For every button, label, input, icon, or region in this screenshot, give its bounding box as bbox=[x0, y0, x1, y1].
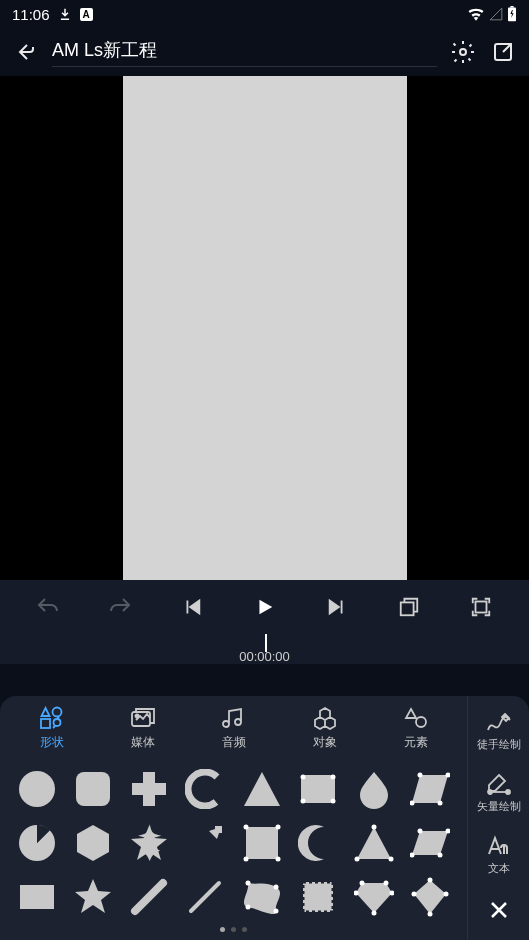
tab-label: 音频 bbox=[222, 734, 246, 751]
back-button[interactable] bbox=[12, 38, 40, 66]
shape-parallelogram[interactable] bbox=[405, 819, 455, 867]
svg-point-38 bbox=[273, 885, 278, 890]
side-tools: 徒手绘制 矢量绘制 文本 bbox=[467, 696, 529, 940]
tab-object[interactable]: 对象 bbox=[312, 706, 338, 751]
dot-icon bbox=[242, 927, 247, 932]
layers-button[interactable] bbox=[389, 587, 429, 627]
svg-point-42 bbox=[359, 881, 364, 886]
skip-end-button[interactable] bbox=[317, 587, 357, 627]
svg-point-7 bbox=[52, 708, 61, 717]
tab-shapes[interactable]: 形状 bbox=[39, 706, 65, 751]
play-button[interactable] bbox=[244, 587, 284, 627]
svg-point-28 bbox=[388, 857, 393, 862]
shapes-grid bbox=[0, 761, 467, 923]
shape-rounded-rect[interactable] bbox=[293, 765, 343, 813]
svg-point-27 bbox=[371, 825, 376, 830]
settings-button[interactable] bbox=[449, 38, 477, 66]
svg-rect-41 bbox=[303, 882, 333, 912]
fullscreen-button[interactable] bbox=[461, 587, 501, 627]
shape-triangle-pts[interactable] bbox=[349, 819, 399, 867]
svg-point-23 bbox=[243, 825, 248, 830]
status-time: 11:06 bbox=[12, 6, 50, 23]
wifi-icon bbox=[467, 7, 485, 21]
undo-button[interactable] bbox=[28, 587, 68, 627]
shape-arc[interactable] bbox=[180, 765, 230, 813]
shape-blob[interactable] bbox=[237, 873, 287, 921]
svg-rect-12 bbox=[76, 772, 110, 806]
shape-rectangle[interactable] bbox=[12, 873, 62, 921]
svg-point-20 bbox=[437, 801, 442, 806]
canvas[interactable] bbox=[123, 76, 407, 580]
tab-media[interactable]: 媒体 bbox=[130, 706, 156, 751]
shape-diamond[interactable] bbox=[349, 873, 399, 921]
shape-stamp[interactable] bbox=[293, 873, 343, 921]
side-label: 矢量绘制 bbox=[477, 799, 521, 814]
shape-line-thick[interactable] bbox=[124, 873, 174, 921]
shape-arrow[interactable] bbox=[180, 819, 230, 867]
shape-circle[interactable] bbox=[12, 765, 62, 813]
svg-line-35 bbox=[135, 883, 163, 911]
dot-icon bbox=[231, 927, 236, 932]
battery-icon bbox=[507, 6, 517, 22]
shape-line-thin[interactable] bbox=[180, 873, 230, 921]
redo-button[interactable] bbox=[100, 587, 140, 627]
shape-pie[interactable] bbox=[12, 819, 62, 867]
svg-point-32 bbox=[437, 853, 442, 858]
shape-rounded-square[interactable] bbox=[68, 765, 118, 813]
shape-crescent[interactable] bbox=[293, 819, 343, 867]
project-title[interactable]: AM Ls新工程 bbox=[52, 38, 437, 67]
shape-star5-outline[interactable] bbox=[68, 873, 118, 921]
signal-icon bbox=[489, 7, 503, 21]
shape-hexagon[interactable] bbox=[68, 819, 118, 867]
side-vector[interactable]: 矢量绘制 bbox=[477, 772, 521, 814]
status-bar: 11:06 A bbox=[0, 0, 529, 28]
close-button[interactable] bbox=[487, 898, 511, 922]
svg-point-49 bbox=[427, 912, 432, 917]
svg-point-26 bbox=[275, 857, 280, 862]
page-dots bbox=[0, 923, 467, 940]
svg-point-24 bbox=[275, 825, 280, 830]
download-icon bbox=[58, 7, 72, 21]
svg-point-40 bbox=[245, 905, 250, 910]
svg-point-15 bbox=[330, 775, 335, 780]
svg-rect-6 bbox=[41, 719, 50, 728]
svg-point-10 bbox=[416, 717, 426, 727]
svg-rect-22 bbox=[246, 827, 278, 859]
svg-point-9 bbox=[135, 715, 138, 718]
svg-point-48 bbox=[443, 892, 448, 897]
svg-point-16 bbox=[300, 799, 305, 804]
svg-point-2 bbox=[460, 49, 466, 55]
svg-point-37 bbox=[245, 881, 250, 886]
svg-point-18 bbox=[417, 773, 422, 778]
svg-point-50 bbox=[411, 892, 416, 897]
svg-point-17 bbox=[330, 799, 335, 804]
shape-star5[interactable] bbox=[124, 819, 174, 867]
header: AM Ls新工程 bbox=[0, 28, 529, 76]
shape-trapezoid[interactable] bbox=[405, 765, 455, 813]
shape-kite[interactable] bbox=[405, 873, 455, 921]
svg-rect-4 bbox=[401, 602, 414, 615]
svg-point-11 bbox=[19, 771, 55, 807]
timeline[interactable]: 00:00:00 bbox=[0, 634, 529, 664]
shape-plus[interactable] bbox=[124, 765, 174, 813]
side-freehand[interactable]: 徒手绘制 bbox=[477, 710, 521, 752]
side-label: 徒手绘制 bbox=[477, 737, 521, 752]
skip-start-button[interactable] bbox=[172, 587, 212, 627]
tab-element[interactable]: 元素 bbox=[403, 706, 429, 751]
svg-rect-34 bbox=[20, 885, 54, 909]
svg-rect-13 bbox=[301, 775, 335, 803]
tabs: 形状 媒体 音频 对象 元素 bbox=[0, 696, 467, 761]
svg-point-39 bbox=[273, 909, 278, 914]
tab-audio[interactable]: 音频 bbox=[221, 706, 247, 751]
shape-square[interactable] bbox=[237, 819, 287, 867]
svg-point-14 bbox=[300, 775, 305, 780]
playhead-icon bbox=[265, 634, 267, 652]
shape-triangle[interactable] bbox=[237, 765, 287, 813]
side-text[interactable]: 文本 bbox=[485, 834, 513, 876]
shape-drop[interactable] bbox=[349, 765, 399, 813]
tools-panel: 形状 媒体 音频 对象 元素 bbox=[0, 696, 529, 940]
export-button[interactable] bbox=[489, 38, 517, 66]
svg-point-25 bbox=[243, 857, 248, 862]
tab-label: 对象 bbox=[313, 734, 337, 751]
svg-point-45 bbox=[371, 911, 376, 916]
